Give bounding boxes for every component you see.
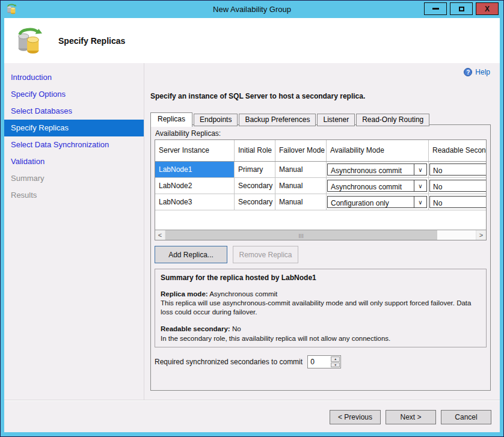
spinner-down-icon[interactable]: ▼ [331, 362, 340, 368]
close-button[interactable]: X [476, 2, 499, 15]
spinner-up-icon[interactable]: ▲ [331, 356, 340, 362]
cell-failover-mode[interactable]: Manual [275, 194, 327, 210]
maximize-icon [459, 7, 464, 11]
readable-secondary-line: Readable secondary: No [161, 325, 481, 334]
column-header-server-instance: Server Instance [155, 140, 235, 161]
required-secondaries-input[interactable] [308, 356, 330, 368]
cell-failover-mode[interactable]: Manual [275, 178, 327, 194]
cell-readable-secondary: No [429, 194, 487, 210]
column-header-availability-mode: Availability Mode [327, 140, 429, 161]
cell-failover-mode[interactable]: Manual [275, 162, 327, 177]
close-icon: X [485, 5, 490, 13]
replicas-tab-panel: Availability Replicas: Server Instance I… [150, 124, 491, 391]
availability-mode-dropdown[interactable]: Asynchronous commit ∨ [327, 163, 427, 176]
wizard-step-sidebar: Introduction Specify Options Select Data… [4, 63, 144, 400]
page-caption: Specify an instance of SQL Server to hos… [150, 92, 365, 100]
tab-endpoints[interactable]: Endpoints [194, 114, 238, 126]
maximize-button[interactable] [450, 2, 473, 15]
main-content: ? Help Specify an instance of SQL Server… [144, 63, 500, 400]
tab-replicas[interactable]: Replicas [150, 112, 192, 127]
replica-mode-line: Replica mode: Asynchronous commit [161, 290, 481, 299]
sidebar-item-specify-replicas[interactable]: Specify Replicas [4, 120, 144, 136]
page-title: Specify Replicas [58, 36, 125, 46]
column-header-failover-mode: Failover Mode [275, 140, 327, 161]
readable-secondary-label: Readable secondary: [161, 325, 230, 332]
readable-secondary-value: No [230, 325, 241, 332]
required-secondaries-label: Required synchronized secondaries to com… [155, 358, 303, 366]
tab-strip: Replicas Endpoints Backup Preferences Li… [150, 112, 431, 126]
previous-button[interactable]: < Previous [330, 410, 381, 424]
wizard-footer: < Previous Next > Cancel [4, 400, 500, 432]
table-row: LabNode2 Secondary Manual Asynchronous c… [155, 178, 487, 194]
dropdown-value: Asynchronous commit [328, 180, 414, 191]
cell-server-instance[interactable]: LabNode1 [155, 162, 235, 177]
titlebar[interactable]: New Availability Group X [0, 0, 504, 18]
dialog-client-area: Specify Replicas Introduction Specify Op… [4, 18, 500, 432]
replica-mode-label: Replica mode: [161, 290, 208, 298]
summary-title: Summary for the replica hosted by LabNod… [161, 274, 481, 283]
cell-initial-role[interactable]: Primary [235, 162, 275, 177]
replica-database-icon [15, 27, 43, 55]
readable-secondary-dropdown[interactable]: No [429, 163, 487, 176]
cell-readable-secondary: No [429, 178, 487, 194]
column-header-initial-role: Initial Role [235, 140, 275, 161]
chevron-down-icon: ∨ [414, 197, 426, 207]
cell-availability-mode: Configuration only ∨ [327, 194, 429, 210]
availability-mode-dropdown[interactable]: Configuration only ∨ [327, 196, 427, 208]
cell-availability-mode: Asynchronous commit ∨ [327, 178, 429, 194]
table-row: LabNode1 Primary Manual Asynchronous com… [155, 162, 487, 178]
readable-secondary-dropdown[interactable]: No [429, 196, 487, 208]
tab-listener[interactable]: Listener [317, 114, 355, 126]
sidebar-item-select-databases[interactable]: Select Databases [4, 103, 144, 120]
availability-replicas-label: Availability Replicas: [155, 128, 487, 139]
minimize-icon [432, 8, 439, 10]
sidebar-item-specify-options[interactable]: Specify Options [4, 86, 144, 103]
minimize-button[interactable] [424, 2, 447, 15]
sidebar-item-summary: Summary [4, 170, 144, 187]
help-icon: ? [464, 68, 472, 76]
tab-read-only-routing[interactable]: Read-Only Routing [356, 114, 429, 126]
replica-summary-box: Summary for the replica hosted by LabNod… [155, 269, 487, 347]
availability-mode-dropdown[interactable]: Asynchronous commit ∨ [327, 180, 427, 192]
horizontal-scrollbar: < ||| > [155, 230, 486, 240]
readable-secondary-description: In the secondary role, this availability… [161, 334, 481, 343]
grid-header-row: Server Instance Initial Role Failover Mo… [155, 140, 487, 162]
required-secondaries-row: Required synchronized secondaries to com… [155, 355, 487, 368]
cell-initial-role[interactable]: Secondary [235, 178, 275, 194]
column-header-readable-secondary: Readable Secondary [429, 140, 487, 161]
next-button[interactable]: Next > [386, 410, 436, 424]
scrollbar-thumb[interactable]: ||| [165, 230, 437, 240]
dropdown-value: Asynchronous commit [328, 164, 414, 175]
availability-replicas-grid: Server Instance Initial Role Failover Mo… [155, 139, 487, 240]
cell-readable-secondary: No [429, 162, 487, 177]
cell-availability-mode: Asynchronous commit ∨ [327, 162, 429, 177]
scroll-left-icon[interactable]: < [155, 230, 165, 240]
remove-replica-button: Remove Replica [233, 246, 298, 263]
replica-mode-value: Asynchronous commit [208, 290, 278, 298]
cell-server-instance[interactable]: LabNode3 [155, 194, 235, 210]
cell-initial-role[interactable]: Secondary [235, 194, 275, 210]
sidebar-item-introduction[interactable]: Introduction [4, 69, 144, 86]
add-replica-button[interactable]: Add Replica... [155, 246, 227, 263]
chevron-down-icon: ∨ [414, 180, 426, 191]
wizard-header: Specify Replicas [4, 18, 500, 63]
sidebar-item-validation[interactable]: Validation [4, 153, 144, 170]
new-availability-group-window: New Availability Group X Specify Replica… [0, 0, 504, 437]
cancel-button[interactable]: Cancel [441, 410, 491, 424]
help-link[interactable]: ? Help [464, 68, 490, 76]
replica-mode-description: This replica will use asynchronous-commi… [161, 299, 481, 317]
sidebar-item-select-data-synchronization[interactable]: Select Data Synchronization [4, 136, 144, 153]
help-label: Help [475, 68, 490, 76]
cell-server-instance[interactable]: LabNode2 [155, 178, 235, 194]
table-row: LabNode3 Secondary Manual Configuration … [155, 194, 487, 210]
dropdown-value: Configuration only [328, 197, 414, 207]
chevron-down-icon: ∨ [414, 164, 426, 175]
required-secondaries-spinner: ▲ ▼ [307, 355, 341, 368]
tab-backup-preferences[interactable]: Backup Preferences [239, 114, 316, 126]
sidebar-item-results: Results [4, 187, 144, 204]
scrollbar-track[interactable]: ||| [165, 230, 476, 240]
scroll-right-icon[interactable]: > [476, 230, 486, 240]
readable-secondary-dropdown[interactable]: No [429, 180, 487, 192]
